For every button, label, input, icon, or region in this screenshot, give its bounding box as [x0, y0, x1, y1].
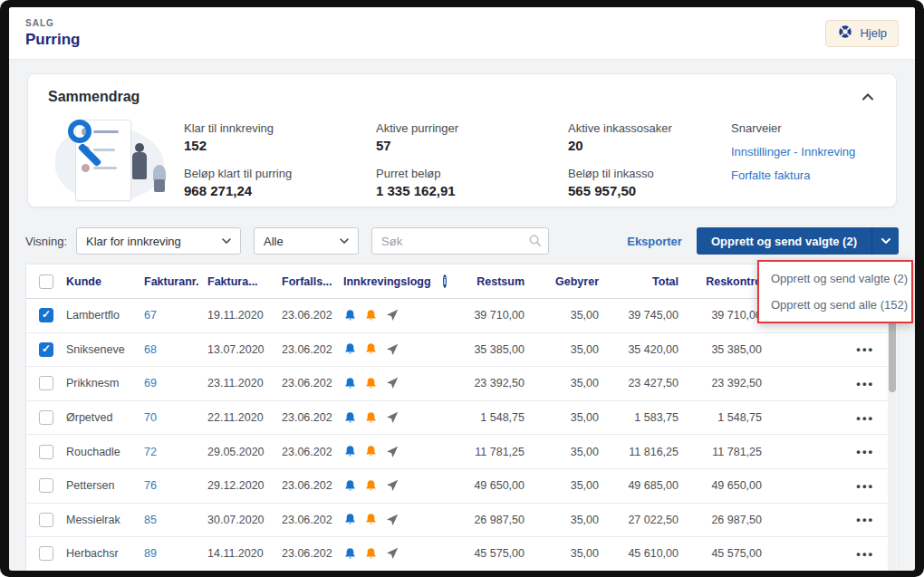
due-date: 23.06.202	[278, 343, 340, 356]
customer-name: Prikknesm	[63, 377, 140, 389]
collection-log-cell[interactable]	[340, 546, 450, 561]
column-header-fakturadato[interactable]: Faktura...	[204, 275, 278, 288]
due-date: 23.06.202	[278, 377, 340, 389]
collapse-summary-button[interactable]	[858, 87, 878, 107]
collection-log-cell[interactable]	[340, 513, 450, 527]
send-icon	[385, 376, 399, 390]
row-actions-button[interactable]: •••	[856, 342, 874, 356]
page-heading: SALG Purring	[25, 18, 80, 49]
ledger-amount: 11 781,25	[682, 446, 765, 458]
collection-log-cell[interactable]	[340, 410, 450, 425]
row-checkbox[interactable]	[39, 445, 53, 459]
table-body: Lambertflo 67 19.11.2020 23.06.202 39 71…	[26, 299, 898, 571]
customer-name: Herbachsr	[63, 547, 140, 560]
table-row: Pettersen 76 29.12.2020 23.06.202 49 650…	[26, 469, 898, 504]
stat-aktive-purringer: Aktive purringer 57	[376, 121, 568, 153]
magnifier-icon	[68, 120, 91, 143]
collection-log-cell[interactable]	[340, 308, 450, 322]
customer-name: Rouchadle	[63, 446, 140, 458]
row-actions-button[interactable]: •••	[856, 445, 874, 458]
invoice-date: 29.12.2020	[204, 479, 278, 492]
reminder-bell-blue-icon	[343, 445, 357, 458]
fees-amount: 35,00	[528, 309, 602, 322]
send-icon	[385, 478, 399, 493]
row-checkbox[interactable]	[39, 410, 53, 425]
view-select-value: Klar for innkreving	[86, 235, 181, 248]
stat-column-3: Aktive inkassosaker 20 Beløp til inkasso…	[568, 118, 731, 212]
stat-value: 57	[376, 138, 568, 153]
due-date: 23.06.202	[278, 411, 340, 424]
search-box	[371, 227, 549, 255]
table-row: Herbachsr 89 14.11.2020 23.06.202 45 575…	[26, 537, 898, 571]
invoice-number-link[interactable]: 76	[144, 479, 157, 492]
table-row: Rouchadle 72 29.05.2020 23.06.202 11 781…	[26, 435, 898, 469]
row-checkbox[interactable]	[39, 513, 53, 527]
stat-aktive-inkassosaker: Aktive inkassosaker 20	[568, 121, 731, 153]
invoice-number-link[interactable]: 72	[144, 446, 157, 458]
stat-label: Beløp klart til purring	[184, 167, 376, 180]
collection-log-cell[interactable]	[340, 376, 450, 390]
row-checkbox[interactable]	[39, 478, 53, 493]
invoice-number-link[interactable]: 69	[144, 377, 157, 389]
row-checkbox[interactable]	[39, 376, 53, 390]
invoice-number-link[interactable]: 89	[144, 547, 157, 560]
reminder-bell-blue-icon	[343, 377, 357, 390]
menu-item-opprett-og-send-valgte[interactable]: Opprett og send valgte (2)	[759, 265, 911, 292]
collection-log-cell[interactable]	[340, 445, 450, 459]
remaining-amount: 23 392,50	[450, 377, 528, 389]
shortcuts-title: Snarveier	[731, 121, 855, 135]
invoice-number-link[interactable]: 70	[144, 411, 157, 424]
reminder-bell-orange-icon	[364, 445, 378, 458]
stat-value: 20	[568, 138, 731, 153]
create-send-selected-button[interactable]: Opprett og send valgte (2)	[697, 227, 871, 255]
row-actions-button[interactable]: •••	[856, 377, 874, 390]
row-checkbox[interactable]	[39, 342, 53, 357]
table-scrollbar[interactable]	[888, 300, 897, 571]
remaining-amount: 26 987,50	[450, 514, 528, 526]
column-header-fakturanr[interactable]: Fakturanr.	[140, 275, 204, 288]
help-button[interactable]: Hjelp	[825, 20, 899, 47]
row-actions-button[interactable]: •••	[856, 547, 874, 561]
column-header-gebyrer[interactable]: Gebyrer	[528, 275, 602, 288]
table-row: Prikknesm 69 23.11.2020 23.06.202 23 392…	[26, 367, 898, 401]
remaining-amount: 35 385,00	[450, 343, 528, 356]
status-select[interactable]: Alle	[254, 227, 359, 255]
send-icon	[385, 513, 399, 527]
info-icon[interactable]: i	[443, 274, 447, 288]
view-select[interactable]: Klar for innkreving	[76, 227, 241, 255]
total-amount: 39 745,00	[602, 309, 682, 322]
column-header-total[interactable]: Total	[602, 275, 682, 288]
row-actions-button[interactable]: •••	[856, 513, 874, 526]
column-header-restsum[interactable]: Restsum	[450, 275, 528, 288]
search-input[interactable]	[371, 227, 549, 255]
scrollbar-thumb[interactable]	[889, 313, 896, 392]
row-actions-button[interactable]: •••	[856, 411, 874, 425]
link-forfalte-faktura[interactable]: Forfalte faktura	[731, 168, 855, 182]
ledger-amount: 39 710,00	[682, 309, 765, 322]
row-actions-button[interactable]: •••	[856, 479, 874, 493]
row-checkbox[interactable]	[39, 546, 53, 561]
column-header-innkrevingslogg[interactable]: Innkrevingslogg i	[340, 274, 450, 288]
table-row: Messielrak 85 30.07.2020 23.06.202 26 98…	[26, 504, 898, 538]
collection-log-cell[interactable]	[340, 478, 450, 493]
due-date: 23.06.202	[278, 514, 340, 526]
column-header-reskontro[interactable]: Reskontro	[682, 275, 765, 288]
column-header-forfallsdato[interactable]: Forfalls...	[278, 275, 340, 288]
invoice-number-link[interactable]: 67	[144, 309, 157, 322]
select-all-checkbox[interactable]	[39, 274, 53, 289]
invoice-number-link[interactable]: 68	[144, 343, 157, 356]
create-send-split-button: Opprett og send valgte (2)	[697, 227, 899, 255]
reminder-bell-orange-icon	[364, 479, 378, 493]
due-date: 23.06.202	[278, 309, 340, 322]
stat-label: Purret beløp	[376, 167, 568, 180]
export-link[interactable]: Eksporter	[627, 235, 682, 248]
create-send-dropdown-toggle[interactable]	[871, 227, 899, 255]
column-header-kunde[interactable]: Kunde	[63, 275, 140, 288]
collection-log-cell[interactable]	[340, 342, 450, 357]
link-innstillinger-innkreving[interactable]: Innstillinger - Innkreving	[731, 145, 855, 159]
menu-item-opprett-og-send-alle[interactable]: Opprett og send alle (152)	[759, 292, 911, 318]
chevron-down-icon	[340, 238, 349, 244]
row-checkbox[interactable]	[39, 308, 53, 322]
lifebuoy-icon	[837, 24, 853, 43]
invoice-number-link[interactable]: 85	[144, 514, 157, 526]
